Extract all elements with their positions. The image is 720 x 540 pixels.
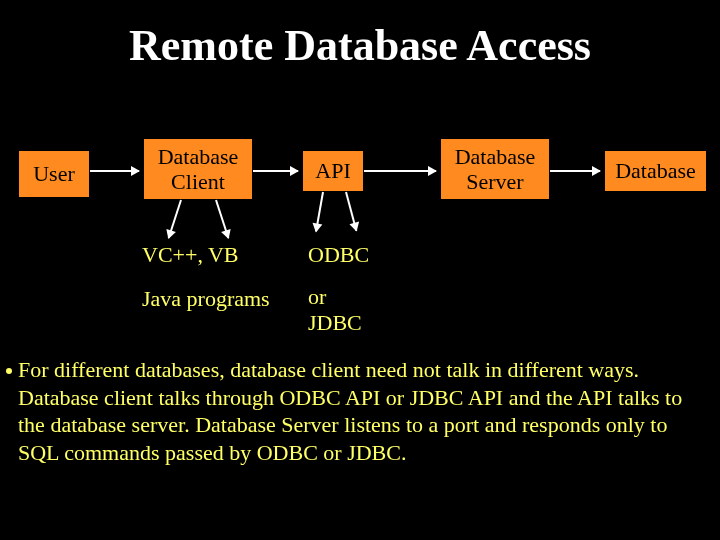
slide-title: Remote Database Access bbox=[0, 20, 720, 71]
description-paragraph: For different databases, database client… bbox=[18, 356, 702, 466]
box-database: Database bbox=[604, 150, 707, 192]
arrow-api-to-orjdbc bbox=[345, 192, 357, 231]
arrow-server-to-database bbox=[550, 170, 600, 172]
arrow-client-to-api bbox=[253, 170, 298, 172]
label-odbc: ODBC bbox=[308, 242, 369, 268]
arrow-api-to-odbc bbox=[315, 192, 324, 232]
arrow-client-to-vcvb bbox=[168, 200, 182, 239]
arrow-client-to-javaprograms bbox=[215, 200, 229, 239]
label-vcvb: VC++, VB bbox=[142, 242, 239, 268]
label-java-programs: Java programs bbox=[142, 286, 270, 312]
box-user: User bbox=[18, 150, 90, 198]
bullet-icon bbox=[6, 368, 12, 374]
box-api: API bbox=[302, 150, 364, 192]
box-database-server: Database Server bbox=[440, 138, 550, 200]
arrow-api-to-server bbox=[364, 170, 436, 172]
box-database-client: Database Client bbox=[143, 138, 253, 200]
arrow-user-to-client bbox=[90, 170, 139, 172]
label-or-jdbc: or JDBC bbox=[308, 284, 362, 337]
